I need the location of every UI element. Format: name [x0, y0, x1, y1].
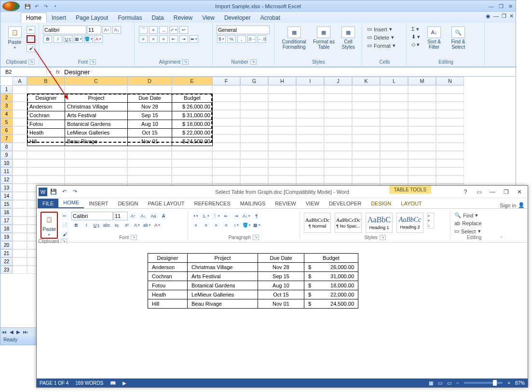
cell[interactable] [13, 241, 27, 249]
fill-color-button[interactable]: 🪣 [84, 35, 93, 43]
cell[interactable] [408, 176, 436, 184]
table-cell[interactable]: Anderson [27, 103, 65, 111]
style-tile[interactable]: AaBbCcHeading 2 [396, 213, 423, 233]
cell[interactable] [352, 126, 380, 135]
table-cell[interactable]: Fotou [27, 120, 65, 129]
cell[interactable] [380, 126, 408, 135]
paragraph-launcher[interactable]: ↘ [253, 235, 259, 240]
row-header[interactable]: 2 [0, 94, 13, 102]
indent-inc-icon[interactable]: ⇥ [179, 35, 188, 43]
cell[interactable] [65, 167, 127, 176]
format-as-table-button[interactable]: ▦Format as Table [312, 26, 336, 51]
row-header[interactable]: 12 [0, 176, 13, 184]
cell[interactable] [13, 225, 27, 233]
paste-button[interactable]: 📋 Paste ▾ [41, 212, 58, 239]
cell[interactable] [212, 94, 240, 102]
cell[interactable] [65, 159, 127, 167]
cell[interactable] [240, 151, 268, 159]
cell[interactable] [324, 135, 352, 143]
paste-button[interactable]: 📋 Paste ▾ [5, 26, 24, 51]
italic-button[interactable]: I [82, 221, 91, 229]
help-icon[interactable]: ◉ [486, 13, 491, 19]
row-header[interactable]: 17 [0, 216, 13, 225]
cell[interactable] [13, 151, 27, 159]
restore-button[interactable]: ❐ [501, 189, 511, 195]
cell[interactable] [352, 176, 380, 184]
cell[interactable] [268, 85, 296, 94]
cell[interactable] [408, 94, 436, 102]
cell[interactable] [13, 208, 27, 216]
word-count[interactable]: 169 WORDS [75, 380, 103, 386]
font-launcher[interactable]: ↘ [131, 235, 137, 240]
table-header[interactable]: Project [188, 254, 258, 263]
cell[interactable] [352, 159, 380, 167]
row-header[interactable]: 4 [0, 110, 13, 118]
table-header[interactable]: Designer [148, 254, 188, 263]
tab-acrobat[interactable]: Acrobat [256, 13, 285, 23]
cell[interactable] [324, 110, 352, 118]
tab-view[interactable]: View [197, 13, 219, 23]
cell[interactable] [27, 85, 65, 94]
cut-icon[interactable]: ✂ [27, 26, 35, 34]
cell[interactable] [268, 151, 296, 159]
cell[interactable] [296, 151, 324, 159]
row-header[interactable]: 19 [0, 233, 13, 241]
cell[interactable] [408, 110, 436, 118]
cell[interactable] [352, 85, 380, 94]
subscript-icon[interactable]: x₂ [112, 221, 121, 229]
table-cell[interactable]: Hill [148, 299, 188, 309]
row-header[interactable]: 9 [0, 151, 13, 159]
row-header[interactable]: 15 [0, 200, 13, 208]
format-cells-button[interactable]: ▭ Format ▾ [366, 42, 396, 49]
cell[interactable] [13, 257, 27, 266]
tab-table-design[interactable]: DESIGN [366, 199, 396, 208]
column-header[interactable]: J [324, 77, 352, 85]
close-button[interactable]: ✕ [514, 189, 525, 195]
cell[interactable] [13, 85, 27, 94]
table-header[interactable]: Designer [27, 94, 65, 103]
numbering-icon[interactable]: 1. [202, 212, 210, 220]
cell[interactable] [436, 85, 464, 94]
cell[interactable] [324, 151, 352, 159]
cell[interactable] [436, 143, 464, 151]
table-cell[interactable]: Fotou [148, 281, 188, 290]
cell[interactable] [13, 266, 27, 274]
table-header[interactable]: Due Date [258, 254, 304, 263]
table-cell[interactable]: $ 22,000.00 [172, 129, 213, 137]
cell[interactable] [408, 135, 436, 143]
table-cell[interactable]: Oct 15 [258, 290, 304, 299]
cell[interactable] [27, 176, 65, 184]
bullets-icon[interactable]: • [191, 212, 200, 220]
minimize-button[interactable]: — [489, 3, 494, 10]
cell[interactable] [240, 126, 268, 135]
cell[interactable] [268, 118, 296, 126]
cell[interactable] [436, 110, 464, 118]
cell[interactable] [296, 126, 324, 135]
dec-decimal-icon[interactable]: ←.0 [258, 35, 266, 43]
cell[interactable] [27, 167, 65, 176]
cell[interactable] [352, 151, 380, 159]
number-launcher[interactable]: ↘ [250, 59, 257, 65]
cell[interactable] [380, 102, 408, 110]
table-header[interactable]: Due Date [128, 94, 172, 103]
macro-icon[interactable]: ▶ [123, 380, 126, 386]
tab-table-layout[interactable]: LAYOUT [396, 199, 426, 208]
cell[interactable] [240, 143, 268, 151]
cell[interactable] [212, 151, 240, 159]
fill-button[interactable]: ⬇ ▾ [410, 33, 421, 41]
clear-format-icon[interactable]: A̷ [159, 212, 168, 220]
font-color-button[interactable]: A [94, 35, 103, 43]
align-middle-icon[interactable]: ≡ [149, 26, 158, 34]
format-painter-icon[interactable]: 🖌 [27, 44, 35, 52]
read-mode-icon[interactable]: ▭ [438, 380, 442, 386]
cell[interactable] [408, 118, 436, 126]
cell[interactable] [408, 85, 436, 94]
row-header[interactable]: 21 [0, 249, 13, 257]
cell[interactable] [352, 118, 380, 126]
line-spacing-icon[interactable]: ↕ [232, 221, 241, 229]
table-cell[interactable]: Nov 28 [258, 263, 304, 272]
cell[interactable] [436, 126, 464, 135]
cell[interactable] [436, 151, 464, 159]
table-cell[interactable]: Beau Rivage [188, 299, 258, 309]
tab-page-layout[interactable]: Page Layout [71, 13, 113, 23]
